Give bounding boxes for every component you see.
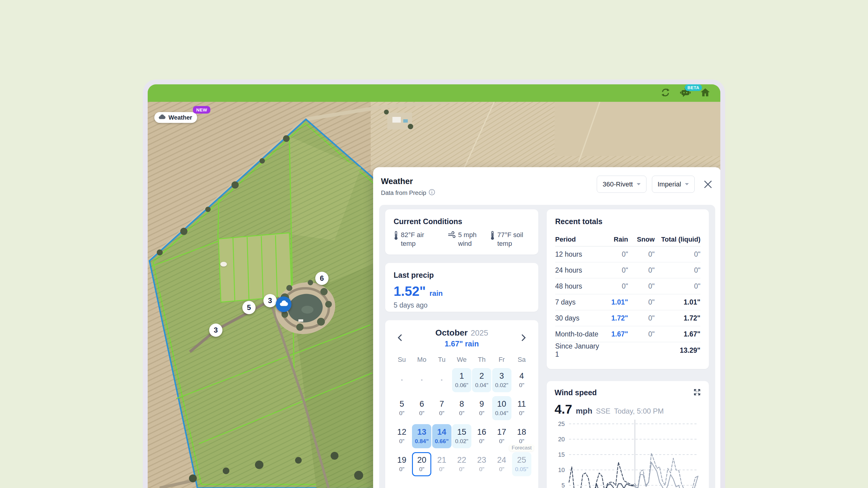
expand-icon[interactable] <box>693 388 701 397</box>
calendar-day-12[interactable]: 120" <box>392 424 411 448</box>
refresh-button[interactable] <box>660 88 671 98</box>
col-rain: Rain <box>601 235 628 243</box>
day-precip-value: 0.04" <box>475 382 488 389</box>
svg-text:10: 10 <box>558 466 565 473</box>
calendar-day-16[interactable]: 160" <box>472 424 491 448</box>
calendar-day-6[interactable]: 60" <box>412 396 431 420</box>
calendar-day-23[interactable]: 230" <box>472 452 491 476</box>
weekday-label: Th <box>472 356 492 364</box>
calendar-grid: 10.06"20.04"30.02"40"50"60"70"80"90"100.… <box>392 366 532 488</box>
field-marker-3a[interactable]: 3 <box>264 294 277 307</box>
air-temp-value: 82°F air <box>401 231 424 239</box>
day-precip-value: 0" <box>459 466 464 473</box>
calendar-day-29[interactable]: 29 <box>452 480 471 488</box>
calendar-day-17[interactable]: 170" <box>492 424 512 448</box>
day-number: 10 <box>497 399 506 409</box>
calendar-day-24[interactable]: 240" <box>492 452 512 476</box>
calendar-day-3[interactable]: 30.02" <box>492 368 512 392</box>
calendar-empty-cell <box>392 368 411 392</box>
col-period: Period <box>555 235 601 243</box>
calendar-day-7[interactable]: 70" <box>432 396 452 420</box>
day-precip-value: 0" <box>419 410 424 417</box>
close-icon <box>704 180 712 189</box>
calendar-weekday-row: SuMoTuWeThFrSa <box>392 356 532 364</box>
svg-text:5: 5 <box>561 482 565 488</box>
day-number: 15 <box>457 427 466 437</box>
field-marker-3b[interactable]: 3 <box>209 324 222 337</box>
forecast-tag: Forecast <box>509 444 534 452</box>
day-number: 20 <box>417 455 426 465</box>
calendar-day-27[interactable]: 27 <box>412 480 431 488</box>
calendar-day-15[interactable]: 150.02" <box>452 424 471 448</box>
calendar-day-2[interactable]: 20.04" <box>472 368 491 392</box>
day-number: 1 <box>459 371 464 381</box>
calendar-day-14[interactable]: 140.66" <box>432 424 452 448</box>
marker-label: 3 <box>214 326 218 334</box>
calendar-day-19[interactable]: 190" <box>392 452 411 476</box>
calendar-day-11[interactable]: 110" <box>512 396 531 420</box>
day-precip-value: 0" <box>519 382 524 389</box>
table-row: 30 days 1.72" 0" 1.72" <box>555 310 701 326</box>
close-panel-button[interactable] <box>702 178 714 190</box>
calendar-day-9[interactable]: 90" <box>472 396 491 420</box>
soil-temp-item: 77°F soil temp <box>490 231 523 248</box>
chevron-left-icon <box>397 334 402 341</box>
refresh-icon <box>660 87 671 99</box>
day-number: 24 <box>497 455 506 465</box>
panel-body: Current Conditions 82°F air temp <box>379 205 715 488</box>
weather-layer-pill[interactable]: Weather NEW <box>154 112 197 123</box>
day-precip-value: 0.05" <box>515 466 528 473</box>
calendar-day-26[interactable]: 26 <box>392 480 411 488</box>
table-row: Month-to-date 1.67" 0" 1.67" <box>555 326 701 342</box>
calendar-day-31[interactable]: 31 <box>492 480 512 488</box>
precip-calendar-card: October2025 1.67" rain SuMoTuWeThFrSa 10… <box>385 320 538 488</box>
app-window: BETA <box>143 79 725 488</box>
wind-speed-unit: mph <box>576 406 592 416</box>
calendar-day-8[interactable]: 80" <box>452 396 471 420</box>
weekday-label: Tu <box>432 356 452 364</box>
weather-station-marker[interactable] <box>276 296 291 312</box>
day-precip-value: 0" <box>439 410 444 417</box>
svg-text:20: 20 <box>558 436 565 443</box>
calendar-day-1[interactable]: 10.06" <box>452 368 471 392</box>
weekday-label: We <box>452 356 472 364</box>
calendar-next-button[interactable] <box>518 332 530 344</box>
day-precip-value: 0" <box>399 438 404 445</box>
weekday-label: Sa <box>512 356 532 364</box>
day-number: 21 <box>437 455 446 465</box>
calendar-day-30[interactable]: 30 <box>472 480 491 488</box>
calendar-day-4[interactable]: 40" <box>512 368 531 392</box>
day-number: 8 <box>459 399 464 409</box>
empty-day-dot <box>441 379 442 381</box>
day-number: 9 <box>479 399 484 409</box>
day-precip-value: 0.06" <box>455 382 468 389</box>
day-precip-value: 0" <box>399 410 404 417</box>
calendar-day-20[interactable]: 200" <box>412 452 431 476</box>
day-precip-value: 0" <box>499 466 504 473</box>
soil-temp-value: 77°F soil <box>497 231 523 239</box>
calendar-prev-button[interactable] <box>394 332 406 344</box>
wind-direction: SSE <box>596 407 610 415</box>
field-marker-6[interactable]: 6 <box>315 272 329 285</box>
calendar-empty-cell <box>512 480 531 488</box>
calendar-day-25[interactable]: Forecast250.05" <box>512 452 531 476</box>
units-selector-dropdown[interactable]: Imperial <box>652 175 695 193</box>
chat-assistant-button[interactable]: BETA <box>680 88 691 98</box>
calendar-day-13[interactable]: 130.84" <box>412 424 431 448</box>
field-selector-dropdown[interactable]: 360-Rivett <box>597 175 646 193</box>
calendar-day-22[interactable]: 220" <box>452 452 471 476</box>
weekday-label: Fr <box>492 356 512 364</box>
table-header-row: Period Rain Snow Total (liquid) <box>555 233 701 247</box>
day-number: 5 <box>400 399 404 409</box>
calendar-day-28[interactable]: 28 <box>432 480 452 488</box>
info-icon[interactable] <box>429 189 435 197</box>
wind-icon <box>448 231 456 239</box>
calendar-day-21[interactable]: 210" <box>432 452 452 476</box>
field-marker-5[interactable]: 5 <box>242 301 255 314</box>
day-precip-value: 0" <box>519 438 524 445</box>
calendar-day-10[interactable]: 100.04" <box>492 396 512 420</box>
day-number: 23 <box>477 455 486 465</box>
calendar-day-5[interactable]: 50" <box>392 396 411 420</box>
day-precip-value: 0" <box>479 410 484 417</box>
home-button[interactable] <box>700 88 711 98</box>
